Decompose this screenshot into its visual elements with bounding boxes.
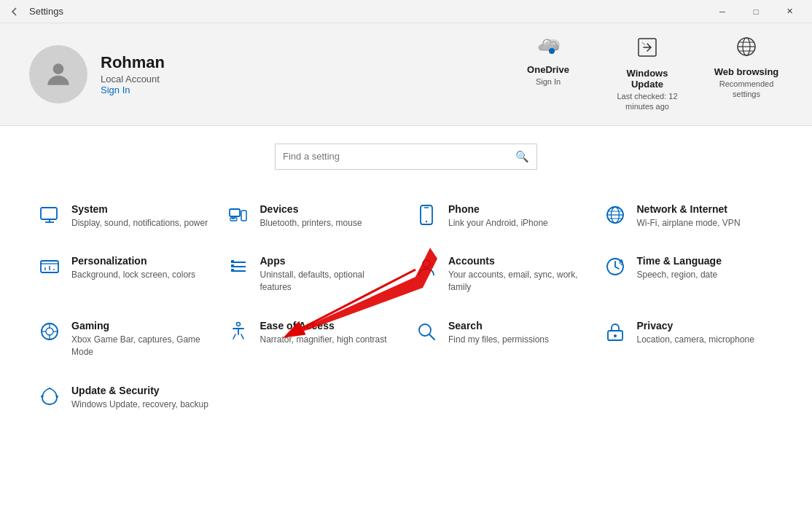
maximize-button[interactable]: □ — [739, 0, 773, 23]
network-desc: Wi-Fi, airplane mode, VPN — [637, 217, 741, 229]
system-text: System Display, sound, notifications, po… — [71, 203, 208, 229]
ease-of-access-icon — [227, 321, 250, 342]
search-desc: Find my files, permissions — [448, 334, 549, 346]
window-controls: ─ □ ✕ — [706, 0, 806, 23]
windows-update-tile[interactable]: Windows Update Last checked: 12 minutes … — [611, 36, 684, 112]
privacy-text: Privacy Location, camera, microphone — [637, 320, 754, 346]
svg-line-47 — [429, 334, 434, 340]
ease-of-access-text: Ease of Access Narrator, magnifier, high… — [260, 320, 387, 346]
setting-devices[interactable]: Devices Bluetooth, printers, mouse — [218, 193, 407, 240]
accounts-desc: Your accounts, email, sync, work, family — [448, 269, 586, 294]
search-bar: 🔍 — [275, 144, 537, 170]
user-section: Rohman Local Account Sign In — [29, 45, 165, 103]
svg-rect-13 — [230, 209, 240, 216]
privacy-icon — [604, 321, 627, 342]
web-browsing-label: Web browsing — [714, 66, 779, 77]
svg-point-49 — [614, 334, 617, 337]
setting-network[interactable]: Network & Internet Wi-Fi, airplane mode,… — [595, 193, 784, 240]
system-desc: Display, sound, notifications, power — [71, 217, 208, 229]
search-text: Search Find my files, permissions — [448, 320, 549, 346]
update-security-text: Update & Security Windows Update, recove… — [71, 385, 208, 411]
svg-rect-32 — [231, 264, 234, 267]
setting-personalization[interactable]: Personalization Background, lock screen,… — [29, 245, 218, 304]
svg-point-35 — [423, 260, 430, 267]
header: Rohman Local Account Sign In — [0, 23, 812, 126]
setting-time-language[interactable]: Time & Language Speech, region, date — [595, 245, 784, 304]
onedrive-icon — [536, 36, 560, 60]
search-bar-wrap: 🔍 — [29, 144, 783, 170]
phone-icon — [415, 205, 438, 225]
main-content: 🔍 System Display, sound, notifications, … — [0, 126, 812, 518]
setting-apps[interactable]: Apps Uninstall, defaults, optional featu… — [218, 245, 407, 304]
settings-grid: System Display, sound, notifications, po… — [29, 193, 783, 421]
phone-label: Phone — [448, 203, 548, 215]
gaming-icon — [38, 321, 61, 342]
svg-point-18 — [426, 220, 427, 221]
update-security-desc: Windows Update, recovery, backup — [71, 399, 208, 411]
setting-privacy[interactable]: Privacy Location, camera, microphone — [595, 310, 784, 369]
onedrive-tile[interactable]: OneDrive Sign In — [512, 36, 585, 112]
avatar — [29, 45, 87, 103]
svg-point-0 — [53, 63, 64, 74]
svg-point-40 — [46, 328, 53, 335]
setting-gaming[interactable]: Gaming Xbox Game Bar, captures, Game Mod… — [29, 310, 218, 369]
sign-in-link[interactable]: Sign In — [101, 85, 130, 95]
setting-search[interactable]: Search Find my files, permissions — [406, 310, 595, 369]
web-browsing-tile[interactable]: Web browsing Recommended settings — [710, 36, 783, 112]
personalization-text: Personalization Background, lock screen,… — [71, 255, 195, 281]
time-language-icon — [604, 256, 627, 277]
phone-desc: Link your Android, iPhone — [448, 217, 548, 229]
onedrive-sub: Sign In — [536, 76, 561, 87]
user-name: Rohman — [101, 53, 165, 72]
close-button[interactable]: ✕ — [773, 0, 806, 23]
network-icon — [604, 205, 627, 225]
accounts-label: Accounts — [448, 255, 586, 267]
setting-phone[interactable]: Phone Link your Android, iPhone — [406, 193, 595, 240]
devices-text: Devices Bluetooth, printers, mouse — [260, 203, 362, 229]
system-icon — [38, 205, 61, 225]
gaming-label: Gaming — [71, 320, 209, 331]
setting-update-security[interactable]: Update & Security Windows Update, recove… — [29, 374, 218, 421]
windows-update-icon — [636, 36, 658, 63]
system-label: System — [71, 203, 208, 215]
search-icon: 🔍 — [515, 150, 529, 163]
personalization-desc: Background, lock screen, colors — [71, 269, 195, 281]
privacy-desc: Location, camera, microphone — [637, 334, 754, 346]
header-tiles: OneDrive Sign In Windows Update Last che… — [512, 36, 783, 112]
title-bar: Settings ─ □ ✕ — [0, 0, 812, 23]
search-label: Search — [448, 320, 549, 331]
search-setting-icon — [415, 321, 438, 342]
accounts-text: Accounts Your accounts, email, sync, wor… — [448, 255, 586, 294]
svg-rect-14 — [241, 211, 246, 221]
ease-of-access-label: Ease of Access — [260, 320, 387, 331]
personalization-icon — [38, 256, 61, 277]
web-browsing-icon — [736, 36, 757, 62]
minimize-button[interactable]: ─ — [706, 0, 739, 23]
windows-update-label: Windows Update — [611, 68, 684, 90]
devices-label: Devices — [260, 203, 362, 215]
devices-desc: Bluetooth, printers, mouse — [260, 217, 362, 229]
apps-desc: Uninstall, defaults, optional features — [260, 269, 398, 294]
svg-point-45 — [236, 322, 240, 326]
time-language-desc: Speech, region, date — [637, 269, 722, 281]
gaming-desc: Xbox Game Bar, captures, Game Mode — [71, 334, 209, 358]
svg-rect-30 — [231, 260, 234, 263]
app-title: Settings — [29, 6, 63, 17]
apps-text: Apps Uninstall, defaults, optional featu… — [260, 255, 398, 294]
onedrive-label: OneDrive — [527, 64, 569, 75]
setting-accounts[interactable]: Accounts Your accounts, email, sync, wor… — [406, 245, 595, 304]
web-browsing-sub: Recommended settings — [710, 79, 783, 100]
network-text: Network & Internet Wi-Fi, airplane mode,… — [637, 203, 741, 229]
devices-icon — [227, 205, 250, 225]
phone-text: Phone Link your Android, iPhone — [448, 203, 548, 229]
setting-system[interactable]: System Display, sound, notifications, po… — [29, 193, 218, 240]
setting-ease-of-access[interactable]: Ease of Access Narrator, magnifier, high… — [218, 310, 407, 369]
back-button[interactable] — [6, 3, 23, 20]
svg-rect-34 — [231, 269, 234, 272]
search-input[interactable] — [283, 151, 515, 162]
account-type: Local Account — [101, 74, 165, 85]
apps-label: Apps — [260, 255, 398, 267]
apps-icon — [227, 256, 250, 277]
user-info: Rohman Local Account Sign In — [101, 53, 165, 95]
svg-line-38 — [615, 267, 619, 269]
